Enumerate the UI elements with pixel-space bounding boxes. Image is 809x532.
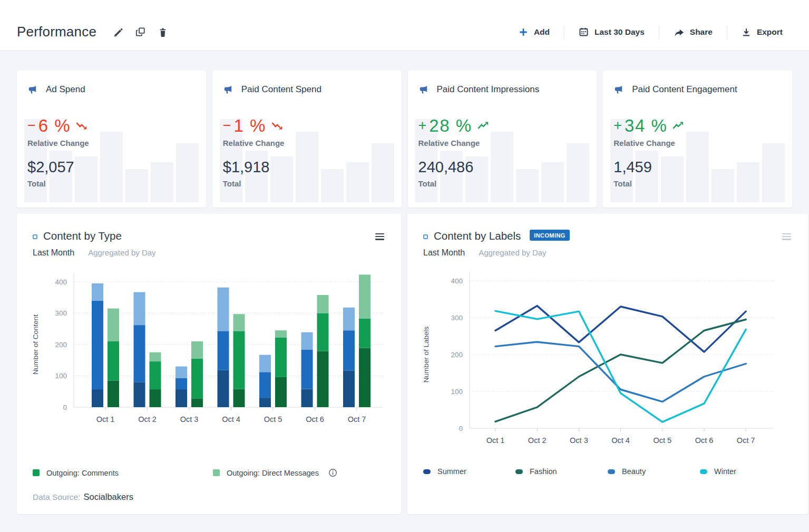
chart-menu-button[interactable] (374, 230, 385, 243)
megaphone-icon (418, 84, 429, 95)
page-title: Performance (17, 24, 96, 40)
chart-title: Content by Labels (434, 230, 521, 242)
svg-text:100: 100 (451, 388, 463, 396)
legend-item-summer[interactable]: Summer (423, 467, 515, 476)
kpi-change-label: Relative Change (223, 139, 394, 147)
legend-item-fashion[interactable]: Fashion (515, 467, 608, 476)
legend-marker (515, 469, 523, 474)
svg-text:Oct 2: Oct 2 (138, 415, 157, 423)
trend-arrow-icon (477, 122, 489, 130)
svg-text:0: 0 (63, 403, 67, 411)
svg-text:300: 300 (451, 314, 463, 322)
content-by-type-chart: 0100200300400Number of ContentOct 1Oct 2… (33, 262, 385, 428)
kpi-total-label: Total (27, 179, 199, 188)
kpi-total-label: Total (613, 179, 785, 188)
svg-text:Oct 1: Oct 1 (486, 436, 505, 445)
svg-text:Oct 4: Oct 4 (611, 436, 630, 445)
svg-text:400: 400 (451, 277, 463, 285)
legend-swatch (213, 469, 220, 476)
widget-square-icon (423, 234, 428, 239)
svg-text:Number of Content: Number of Content (33, 314, 40, 375)
chart-period: Last Month (33, 248, 74, 258)
svg-text:Oct 5: Oct 5 (264, 415, 282, 423)
trend-arrow-icon (76, 122, 87, 130)
kpi-change-label: Relative Change (418, 139, 590, 147)
kpi-card-paid-content-spend: Paid Content Spend − 1 % Relative Change… (212, 71, 402, 208)
incoming-badge: INCOMING (530, 230, 569, 241)
widget-square-icon (33, 234, 37, 239)
legend-item-outgoing-comments[interactable]: Outgoing: Comments (33, 469, 213, 477)
legend-marker (608, 469, 615, 474)
megaphone-icon (27, 84, 38, 95)
kpi-change-label: Relative Change (27, 139, 199, 147)
charts-row: Content by Type Last Month Aggregated by… (17, 214, 792, 514)
delete-dashboard-button[interactable] (155, 24, 170, 40)
info-icon[interactable] (328, 468, 337, 477)
svg-text:400: 400 (55, 278, 67, 286)
kpi-card-paid-content-engagement: Paid Content Engagement + 34 % Relative … (603, 71, 792, 208)
svg-text:0: 0 (459, 425, 463, 432)
svg-text:Oct 4: Oct 4 (222, 415, 240, 423)
date-range-button[interactable]: Last 30 Days (564, 23, 659, 41)
kpi-change: − 6 % (27, 117, 199, 134)
export-button[interactable]: Export (727, 23, 783, 41)
svg-text:Oct 2: Oct 2 (528, 436, 547, 445)
megaphone-icon (613, 84, 624, 95)
dashboard-content: Ad Spend − 6 % Relative Change $2,057 To… (0, 51, 809, 514)
kpi-change: + 28 % (418, 117, 590, 134)
content-by-labels-chart: 0100200300400Number of LabelsOct 1Oct 2O… (423, 262, 792, 451)
calendar-icon (579, 27, 589, 37)
svg-text:Oct 5: Oct 5 (653, 436, 671, 445)
kpi-change: + 34 % (613, 117, 785, 134)
kpi-title: Paid Content Engagement (632, 84, 737, 95)
svg-text:200: 200 (451, 351, 463, 359)
megaphone-icon (223, 84, 233, 95)
data-source: Data Source:Socialbakers (33, 492, 385, 502)
kpi-title: Paid Content Spend (241, 84, 321, 95)
kpi-total-value: 240,486 (418, 159, 590, 176)
top-bar: Performance Add L (0, 0, 809, 51)
legend-item-beauty[interactable]: Beauty (608, 467, 700, 476)
kpi-card-ad-spend: Ad Spend − 6 % Relative Change $2,057 To… (17, 71, 206, 208)
add-button[interactable]: Add (504, 23, 564, 41)
svg-text:200: 200 (55, 341, 67, 349)
legend-item-outgoing-direct-messages[interactable]: Outgoing: Direct Messages (213, 468, 385, 477)
trend-arrow-icon (672, 122, 684, 130)
chart-legend: Summer Fashion Beauty Winter (423, 467, 792, 476)
kpi-total-label: Total (418, 179, 590, 188)
data-source-value: Socialbakers (83, 492, 133, 501)
kpi-total-label: Total (223, 179, 394, 188)
svg-text:100: 100 (55, 372, 67, 380)
kpi-total-value: $1,918 (223, 159, 394, 176)
legend-item-winter[interactable]: Winter (700, 467, 792, 476)
svg-text:Oct 1: Oct 1 (96, 415, 115, 423)
duplicate-dashboard-button[interactable] (133, 24, 148, 40)
pencil-icon (113, 27, 123, 37)
kpi-change-label: Relative Change (613, 139, 785, 147)
kpi-title: Ad Spend (46, 84, 85, 95)
legend-marker (423, 469, 431, 474)
kpi-card-paid-content-impressions: Paid Content Impressions + 28 % Relative… (408, 71, 597, 208)
svg-text:300: 300 (55, 309, 67, 317)
svg-text:Oct 3: Oct 3 (570, 436, 588, 445)
edit-title-button[interactable] (110, 24, 125, 40)
share-icon (674, 27, 684, 37)
copy-icon (135, 27, 145, 37)
chart-title: Content by Type (43, 230, 122, 242)
chart-period: Last Month (423, 248, 465, 258)
chart-aggregation: Aggregated by Day (88, 248, 155, 257)
svg-text:Oct 7: Oct 7 (348, 415, 366, 423)
trend-arrow-icon (271, 122, 283, 130)
kpi-title: Paid Content Impressions (437, 84, 540, 95)
content-by-labels-card: Content by Labels INCOMING Last Month Ag… (407, 214, 808, 514)
share-button[interactable]: Share (659, 23, 727, 41)
plus-icon (519, 27, 528, 37)
trash-icon (158, 27, 168, 37)
svg-text:Oct 7: Oct 7 (737, 436, 755, 445)
data-source-label: Data Source: (33, 492, 80, 501)
legend-swatch (33, 469, 40, 476)
kpi-total-value: $2,057 (27, 159, 199, 176)
kpi-row: Ad Spend − 6 % Relative Change $2,057 To… (17, 71, 792, 208)
chart-menu-button[interactable] (781, 230, 792, 243)
content-by-type-card: Content by Type Last Month Aggregated by… (17, 214, 401, 514)
